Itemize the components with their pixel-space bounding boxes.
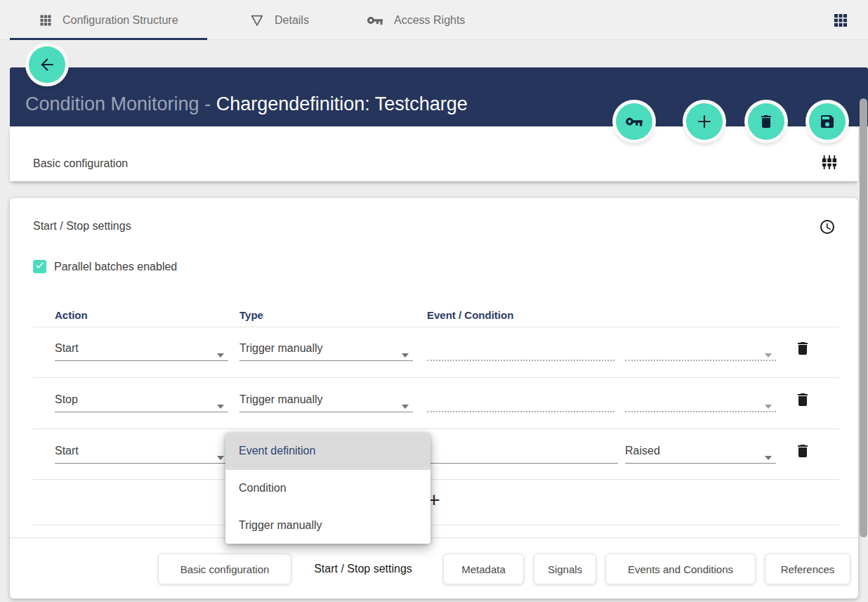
tab-label: Details [275, 14, 309, 27]
footer-tab-signals[interactable]: Signals [534, 554, 596, 584]
back-button[interactable] [29, 46, 65, 83]
vertical-scrollbar-thumb[interactable] [860, 98, 867, 537]
parallel-batches-label: Parallel batches enabled [54, 261, 177, 273]
tab-label: Access Rights [394, 14, 465, 27]
event-condition-field [427, 341, 614, 361]
row-divider [33, 525, 839, 525]
action-select[interactable]: Start [55, 443, 228, 464]
trash-icon [758, 113, 775, 130]
save-icon [819, 113, 836, 130]
chevron-down-icon [217, 450, 224, 463]
check-icon [34, 260, 45, 273]
chevron-down-icon [765, 348, 772, 360]
tab-configuration-structure[interactable]: Configuration Structure [39, 0, 178, 40]
state-select [625, 341, 776, 361]
footer-tab-start-stop-settings[interactable]: Start / Stop settings [304, 554, 422, 584]
action-select[interactable]: Start [55, 341, 228, 361]
page-header: Condition Monitoring - Chargendefinition… [10, 67, 868, 126]
input-component-icon[interactable] [822, 155, 837, 173]
delete-row-button[interactable] [794, 391, 811, 408]
basic-configuration-card: Basic configuration [10, 126, 858, 181]
save-button[interactable] [809, 103, 846, 140]
chevron-down-icon [765, 399, 772, 412]
tab-details[interactable]: Details [249, 0, 309, 40]
chevron-down-icon [402, 348, 409, 360]
column-header-event-condition: Event / Condition [427, 309, 513, 321]
menu-item-event-definition[interactable]: Event definition [225, 433, 430, 470]
delete-row-button[interactable] [794, 443, 811, 459]
funnel-icon [249, 13, 265, 28]
plus-icon [695, 112, 714, 131]
top-tab-bar: Configuration Structure Details Access R… [0, 0, 868, 40]
active-tab-indicator [10, 38, 207, 40]
start-stop-settings-card: Start / Stop settings Parallel batches e… [10, 198, 858, 598]
key-icon [624, 113, 644, 130]
app-root: Configuration Structure Details Access R… [0, 0, 868, 602]
tab-label: Configuration Structure [63, 14, 178, 27]
footer-tab-events-and-conditions[interactable]: Events and Conditions [605, 554, 756, 584]
column-header-action: Action [55, 309, 88, 321]
clock-icon[interactable] [819, 218, 836, 238]
chevron-down-icon [217, 348, 224, 360]
page-title: Condition Monitoring - Chargendefinition… [25, 93, 468, 115]
chevron-down-icon [402, 399, 409, 412]
row-divider [33, 428, 839, 429]
type-dropdown-menu: Event definition Condition Trigger manua… [225, 433, 430, 544]
tab-access-rights[interactable]: Access Rights [366, 0, 465, 40]
footer-divider [10, 537, 858, 538]
type-select[interactable]: Trigger manually [239, 341, 413, 361]
row-divider [33, 377, 839, 378]
footer-tab-references[interactable]: References [765, 554, 850, 584]
footer-tab-metadata[interactable]: Metadata [443, 554, 524, 584]
apps-grid-icon[interactable] [832, 12, 849, 29]
action-select[interactable]: Stop [55, 392, 228, 412]
delete-button[interactable] [748, 103, 784, 140]
menu-item-condition[interactable]: Condition [225, 470, 430, 507]
parallel-batches-checkbox[interactable] [33, 260, 46, 273]
chevron-down-icon [765, 450, 772, 463]
chevron-down-icon [217, 399, 224, 412]
grid-icon [39, 13, 53, 27]
basic-configuration-label: Basic configuration [33, 157, 128, 170]
key-icon [366, 13, 384, 28]
event-condition-field[interactable] [427, 443, 618, 464]
state-select[interactable]: Raised [625, 443, 776, 464]
footer-tab-basic-configuration[interactable]: Basic configuration [158, 554, 291, 584]
section-title: Start / Stop settings [33, 220, 131, 233]
menu-item-trigger-manually[interactable]: Trigger manually [225, 506, 430, 544]
access-rights-button[interactable] [616, 103, 652, 140]
column-header-type: Type [239, 309, 263, 321]
type-select[interactable]: Trigger manually [239, 392, 413, 412]
event-condition-field [427, 392, 614, 412]
add-button[interactable] [686, 103, 723, 140]
header-divider [33, 327, 839, 327]
row-divider [33, 479, 839, 480]
delete-row-button[interactable] [794, 340, 811, 357]
state-select [625, 392, 776, 412]
arrow-left-icon [38, 55, 56, 74]
